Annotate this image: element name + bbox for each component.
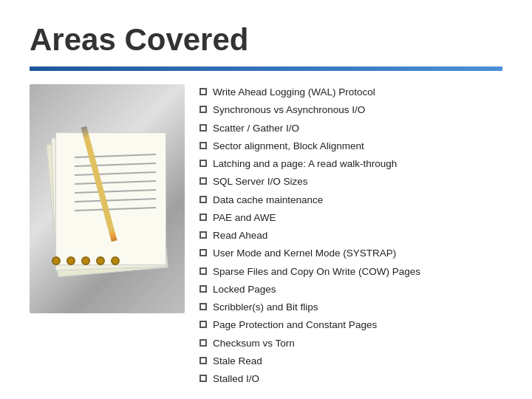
bullet-icon xyxy=(200,303,207,310)
bullet-icon xyxy=(200,124,207,132)
bullet-text: Sector alignment, Block Alignment xyxy=(213,139,502,154)
bullet-text: Scatter / Gather I/O xyxy=(213,121,502,136)
bullet-icon xyxy=(200,357,207,364)
bullet-text: Write Ahead Logging (WAL) Protocol xyxy=(213,85,502,100)
list-item: Stalled I/O xyxy=(200,371,502,387)
line-5 xyxy=(75,189,156,194)
image-inner xyxy=(30,84,185,313)
list-item: SQL Server I/O Sizes xyxy=(200,174,502,190)
clip-5 xyxy=(111,256,120,265)
clips xyxy=(52,256,120,265)
line-6 xyxy=(75,198,156,202)
list-item: Latching and a page: A read walk-through xyxy=(200,156,502,172)
bullet-text: PAE and AWE xyxy=(213,211,502,225)
bullet-icon xyxy=(200,214,207,221)
list-item: PAE and AWE xyxy=(200,210,502,226)
bullet-text: User Mode and Kernel Mode (SYSTRAP) xyxy=(213,246,502,261)
bullet-icon xyxy=(200,249,207,256)
bullet-text: Sparse Files and Copy On Write (COW) Pag… xyxy=(213,265,502,279)
bullet-text: Scribbler(s) and Bit flips xyxy=(213,300,502,315)
bullet-icon xyxy=(200,267,207,275)
list-item: User Mode and Kernel Mode (SYSTRAP) xyxy=(200,245,502,262)
bullet-list: Write Ahead Logging (WAL) ProtocolSynchr… xyxy=(200,84,502,387)
bullet-text: Synchronous vs Asynchronous I/O xyxy=(213,103,502,117)
list-item: Stale Read xyxy=(200,353,502,369)
page-title: Areas Covered xyxy=(30,22,502,58)
slide-image xyxy=(30,84,185,313)
line-2 xyxy=(75,163,156,167)
list-item: Write Ahead Logging (WAL) Protocol xyxy=(200,84,502,100)
bullet-icon xyxy=(200,231,207,239)
paper-stack xyxy=(44,125,170,273)
list-item: Synchronous vs Asynchronous I/O xyxy=(200,102,502,118)
line-4 xyxy=(75,180,156,185)
line-1 xyxy=(75,154,156,158)
clip-4 xyxy=(96,256,105,265)
bullet-text: Page Protection and Constant Pages xyxy=(213,318,502,332)
bullet-text: Read Ahead xyxy=(213,228,502,243)
bullet-icon xyxy=(200,375,207,382)
list-item: Checksum vs Torn xyxy=(200,335,502,352)
clip-1 xyxy=(52,256,61,265)
bullet-text: Locked Pages xyxy=(213,282,502,297)
list-item: Sparse Files and Copy On Write (COW) Pag… xyxy=(200,264,502,280)
list-item: Sector alignment, Block Alignment xyxy=(200,138,502,154)
paper-front xyxy=(55,132,166,265)
clip-2 xyxy=(66,256,75,265)
paper-lines xyxy=(75,155,156,217)
line-3 xyxy=(75,171,156,176)
bullet-icon xyxy=(200,106,207,113)
bullet-icon xyxy=(200,339,207,347)
list-item: Read Ahead xyxy=(200,228,502,244)
bullet-text: Latching and a page: A read walk-through xyxy=(213,157,502,171)
list-item: Scatter / Gather I/O xyxy=(200,120,502,137)
bullet-text: SQL Server I/O Sizes xyxy=(213,174,502,189)
content-area: Write Ahead Logging (WAL) ProtocolSynchr… xyxy=(30,84,502,387)
list-item: Scribbler(s) and Bit flips xyxy=(200,299,502,316)
list-item: Data cache maintenance xyxy=(200,192,502,208)
bullet-icon xyxy=(200,142,207,149)
bullet-text: Data cache maintenance xyxy=(213,193,502,208)
bullet-icon xyxy=(200,321,207,328)
list-item: Locked Pages xyxy=(200,282,502,298)
bullet-icon xyxy=(200,177,207,185)
line-7 xyxy=(75,207,156,211)
clip-3 xyxy=(81,256,90,265)
slide: Areas Covered xyxy=(0,0,532,399)
bullet-text: Stalled I/O xyxy=(213,372,502,386)
bullet-text: Stale Read xyxy=(213,354,502,369)
bullet-icon xyxy=(200,88,207,95)
bullet-icon xyxy=(200,160,207,167)
title-divider xyxy=(30,66,502,71)
list-item: Page Protection and Constant Pages xyxy=(200,317,502,333)
bullet-text: Checksum vs Torn xyxy=(213,336,502,351)
bullet-icon xyxy=(200,285,207,293)
bullet-icon xyxy=(200,196,207,203)
